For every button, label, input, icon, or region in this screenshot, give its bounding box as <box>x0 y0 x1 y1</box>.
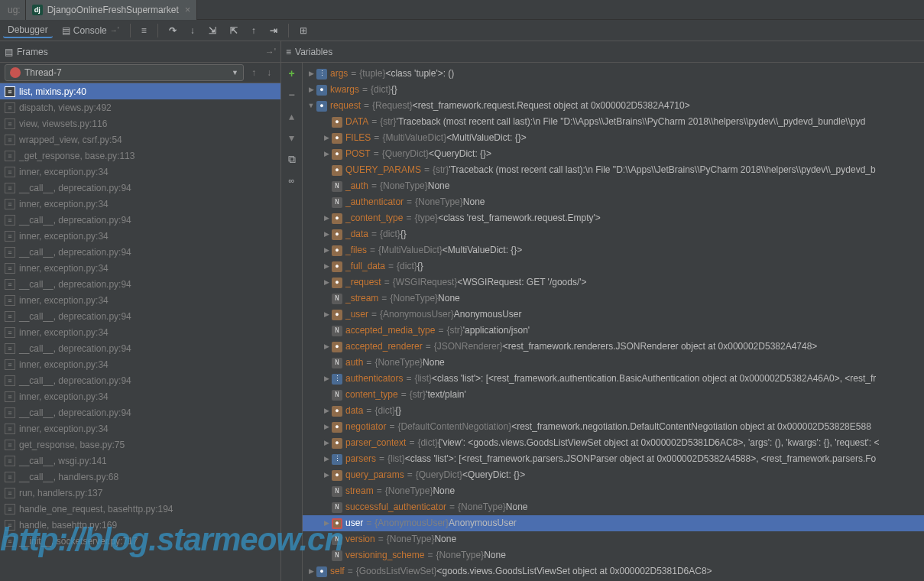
variable-row[interactable]: ▶●_full_data = {dict} {} <box>303 258 924 274</box>
variables-tree[interactable]: ▶⋮args = {tuple} <class 'tuple'>: ()▶●kw… <box>303 63 924 581</box>
expand-icon[interactable]: ▶ <box>321 146 332 162</box>
run-to-cursor-button[interactable]: ↑ <box>247 24 261 37</box>
variable-row[interactable]: ▶●negotiator = {DefaultContentNegotiatio… <box>303 419 924 435</box>
variable-row[interactable]: ▶⋮args = {tuple} <class 'tuple'>: () <box>303 66 924 82</box>
frame-item[interactable]: ≡_get_response, base.py:113 <box>0 148 280 164</box>
frame-item[interactable]: ≡inner, exception.py:34 <box>0 228 280 244</box>
expand-icon[interactable]: ▶ <box>321 419 332 435</box>
frame-item[interactable]: ≡inner, exception.py:34 <box>0 324 280 340</box>
frame-item[interactable]: ≡__init__, socketserver.py:717 <box>0 533 280 549</box>
expand-icon[interactable]: ▶ <box>321 130 332 146</box>
frame-item[interactable]: ≡__call__, deprecation.py:94 <box>0 244 280 260</box>
frame-item[interactable]: ≡__call__, deprecation.py:94 <box>0 276 280 292</box>
debugger-tab[interactable]: Debugger <box>3 23 53 38</box>
variable-row[interactable]: Ncontent_type = {str} 'text/plain' <box>303 387 924 403</box>
expand-icon[interactable]: ▶ <box>321 515 332 531</box>
variable-row[interactable]: ▶●POST = {QueryDict} <QueryDict: {}> <box>303 146 924 162</box>
expand-icon[interactable]: ▶ <box>321 371 332 387</box>
variable-row[interactable]: ●DATA = {str} 'Traceback (most recent ca… <box>303 114 924 130</box>
frame-item[interactable]: ≡dispatch, views.py:492 <box>0 99 280 115</box>
menu-icon[interactable]: ≡ <box>137 24 151 37</box>
expand-icon[interactable]: ▶ <box>321 307 332 323</box>
console-tab[interactable]: ▤ Console →' <box>57 24 124 37</box>
frame-item[interactable]: ≡view, viewsets.py:116 <box>0 115 280 131</box>
variable-row[interactable]: ▶⋮authenticators = {list} <class 'list'>… <box>303 371 924 387</box>
variable-row[interactable]: ▶●user = {AnonymousUser} AnonymousUser <box>303 515 924 531</box>
expand-icon[interactable]: ▶ <box>321 210 332 226</box>
frame-item[interactable]: ≡inner, exception.py:34 <box>0 196 280 212</box>
frame-item[interactable]: ≡inner, exception.py:34 <box>0 356 280 372</box>
step-out-button[interactable]: ⇱ <box>225 24 242 37</box>
variable-row[interactable]: ▶●_data = {dict} {} <box>303 226 924 242</box>
frame-item[interactable]: ≡list, mixins.py:40 <box>0 83 280 99</box>
frame-item[interactable]: ≡__call__, handlers.py:68 <box>0 469 280 485</box>
frame-item[interactable]: ≡inner, exception.py:34 <box>0 260 280 276</box>
variable-row[interactable]: ▶●data = {dict} {} <box>303 403 924 419</box>
thread-next-button[interactable]: ↓ <box>262 66 276 80</box>
close-tab-icon[interactable]: × <box>185 4 191 15</box>
expand-icon[interactable]: ▶ <box>321 242 332 258</box>
variable-row[interactable]: ▶●_user = {AnonymousUser} AnonymousUser <box>303 307 924 323</box>
drop-frame-button[interactable]: ⇥ <box>265 24 282 37</box>
variable-row[interactable]: Nstream = {NoneType} None <box>303 483 924 499</box>
variable-row[interactable]: ▶⋮parsers = {list} <class 'list'>: [<res… <box>303 451 924 467</box>
force-step-into-button[interactable]: ⇲ <box>204 24 221 37</box>
frame-item[interactable]: ≡__call__, deprecation.py:94 <box>0 404 280 420</box>
variable-row[interactable]: N_stream = {NoneType} None <box>303 290 924 307</box>
variable-row[interactable]: Nversioning_scheme = {NoneType} None <box>303 547 924 563</box>
variable-row[interactable]: ▶●self = {GoodsListViewSet} <goods.views… <box>303 563 924 579</box>
step-over-button[interactable]: ↷ <box>164 24 181 37</box>
nav-down-button[interactable]: ▾ <box>284 130 300 145</box>
frame-item[interactable]: ≡__call__, deprecation.py:94 <box>0 340 280 356</box>
variable-row[interactable]: ▶●query_params = {QueryDict} <QueryDict:… <box>303 467 924 483</box>
frame-item[interactable]: ≡__call__, deprecation.py:94 <box>0 308 280 324</box>
frame-item[interactable]: ≡run, handlers.py:137 <box>0 485 280 501</box>
expand-icon[interactable]: ▶ <box>306 563 316 579</box>
frame-item[interactable]: ≡wrapped_view, csrf.py:54 <box>0 131 280 148</box>
frame-item[interactable]: ≡handle_one_request, basehttp.py:194 <box>0 501 280 517</box>
editor-tab[interactable]: dj DjangoOnlineFreshSupermarket × <box>26 0 198 20</box>
variable-row[interactable]: ▶●accepted_renderer = {JSONRenderer} <re… <box>303 339 924 355</box>
variable-row[interactable]: ▶●FILES = {MultiValueDict} <MultiValueDi… <box>303 130 924 146</box>
nav-up-button[interactable]: ▴ <box>284 109 300 124</box>
expand-icon[interactable]: ▶ <box>321 258 332 274</box>
variable-row[interactable]: Naccepted_media_type = {str} 'applicatio… <box>303 323 924 339</box>
expand-icon[interactable]: ▶ <box>321 226 332 242</box>
variable-row[interactable]: ▶●parser_context = {dict} {'view': <good… <box>303 435 924 451</box>
thread-prev-button[interactable]: ↑ <box>247 66 261 80</box>
variable-row[interactable]: N_authenticator = {NoneType} None <box>303 194 924 210</box>
variable-row[interactable]: ▶●_files = {MultiValueDict} <MultiValueD… <box>303 242 924 258</box>
frame-item[interactable]: ≡inner, exception.py:34 <box>0 164 280 180</box>
variable-row[interactable]: ▶●_content_type = {type} <class 'rest_fr… <box>303 210 924 226</box>
add-watch-button[interactable]: + <box>284 66 300 81</box>
remove-watch-button[interactable]: − <box>284 87 300 102</box>
variable-row[interactable]: ▼●request = {Request} <rest_framework.re… <box>303 98 924 114</box>
variable-row[interactable]: ▶●kwargs = {dict} {} <box>303 82 924 98</box>
thread-combo[interactable]: Thread-7 ▼ <box>5 64 244 81</box>
expand-icon[interactable]: ▶ <box>321 467 332 483</box>
frame-item[interactable]: ≡inner, exception.py:34 <box>0 388 280 404</box>
frame-item[interactable]: ≡__call__, deprecation.py:94 <box>0 212 280 228</box>
frame-item[interactable]: ≡inner, exception.py:34 <box>0 420 280 437</box>
variable-row[interactable]: Nsuccessful_authenticator = {NoneType} N… <box>303 499 924 515</box>
collapse-icon[interactable]: ▼ <box>306 98 316 114</box>
variable-row[interactable]: ▶●_request = {WSGIRequest} <WSGIRequest:… <box>303 274 924 290</box>
frame-item[interactable]: ≡__call__, deprecation.py:94 <box>0 180 280 196</box>
frame-item[interactable]: ≡__call__, deprecation.py:94 <box>0 372 280 388</box>
step-into-button[interactable]: ↓ <box>186 24 199 37</box>
variable-row[interactable]: ●QUERY_PARAMS = {str} 'Traceback (most r… <box>303 162 924 178</box>
variable-row[interactable]: Nversion = {NoneType} None <box>303 531 924 547</box>
frame-item[interactable]: ≡handle, basehttp.py:169 <box>0 517 280 533</box>
copy-button[interactable]: ⧉ <box>284 151 300 167</box>
expand-icon[interactable]: ▶ <box>321 339 332 355</box>
expand-icon[interactable]: ▶ <box>321 403 332 419</box>
variable-row[interactable]: Nauth = {NoneType} None <box>303 355 924 371</box>
expand-icon[interactable]: ▶ <box>321 435 332 451</box>
expand-icon[interactable]: ▶ <box>321 274 332 290</box>
frame-item[interactable]: ≡__call__, wsgi.py:141 <box>0 453 280 469</box>
frames-list[interactable]: ≡list, mixins.py:40≡dispatch, views.py:4… <box>0 83 280 581</box>
frames-collapse-icon[interactable]: →' <box>265 47 276 57</box>
frame-item[interactable]: ≡inner, exception.py:34 <box>0 292 280 308</box>
variable-row[interactable]: N_auth = {NoneType} None <box>303 178 924 194</box>
glasses-icon[interactable]: ∞ <box>284 173 300 188</box>
